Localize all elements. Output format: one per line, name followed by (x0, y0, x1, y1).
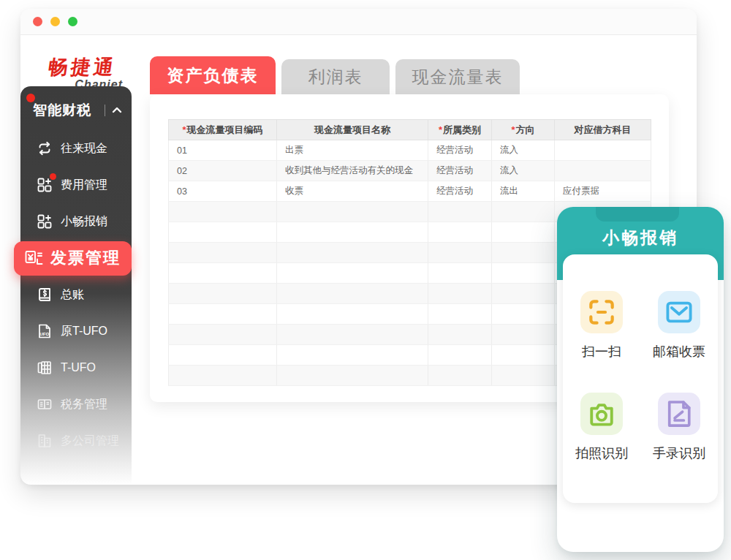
table-cell[interactable] (428, 202, 492, 222)
table-cell[interactable]: 应付票据 (555, 181, 651, 202)
table-cell[interactable] (492, 345, 555, 366)
table-cell[interactable] (277, 345, 428, 366)
table-cell[interactable] (428, 366, 492, 386)
ledger-icon (37, 287, 53, 303)
card-action-手录识别[interactable]: 手录识别 (640, 393, 718, 462)
mail-icon (663, 296, 695, 328)
required-asterisk: * (439, 124, 442, 135)
table-cell[interactable] (428, 304, 492, 325)
table-cell[interactable] (492, 202, 555, 222)
card-action-扫一扫[interactable]: 扫一扫 (563, 291, 640, 360)
close-button[interactable] (33, 17, 42, 26)
table-cell[interactable] (277, 304, 428, 325)
table-cell[interactable] (169, 202, 277, 222)
card-action-label: 拍照识别 (575, 444, 628, 462)
table-cell[interactable] (428, 345, 492, 366)
column-header-label: 方向 (516, 124, 535, 135)
sidebar-item-原T-UFO[interactable]: UFO原T-UFO (20, 313, 132, 349)
tab-利润表[interactable]: 利润表 (281, 59, 390, 94)
card-action-拍照识别[interactable]: 拍照识别 (563, 393, 640, 462)
sidebar-item-费用管理[interactable]: 费用管理 (20, 167, 132, 203)
table-cell[interactable] (169, 325, 277, 345)
table-row[interactable]: 03收票经营活动流出应付票据 (169, 181, 651, 202)
company-icon (37, 433, 53, 449)
sidebar-nav: 往来现金 费用管理 小畅报销 发票管理 总账 UFO原T-UFO T-UFO 税… (20, 130, 132, 459)
table-cell[interactable]: 流入 (492, 140, 555, 161)
table-cell[interactable]: 经营活动 (428, 161, 492, 181)
table-cell[interactable] (277, 366, 428, 386)
table-cell[interactable] (428, 263, 492, 284)
tab-资产负债表[interactable]: 资产负债表 (150, 56, 276, 94)
required-asterisk: * (182, 124, 186, 135)
column-header-对应借方科目: 对应借方科目 (555, 120, 651, 140)
exchange-icon (37, 140, 53, 156)
sidebar-item-T-UFO[interactable]: T-UFO (20, 349, 132, 386)
minimize-button[interactable] (50, 17, 60, 26)
table-cell[interactable] (428, 325, 492, 345)
table-cell[interactable] (277, 243, 428, 263)
table-cell[interactable] (277, 325, 428, 345)
table-cell[interactable] (169, 243, 277, 263)
invoice-manage-pill: 发票管理 (14, 241, 132, 276)
table-cell[interactable]: 出票 (277, 140, 428, 161)
svg-text:UFO: UFO (39, 331, 49, 336)
camera-icon (586, 398, 618, 430)
table-cell[interactable]: 收票 (277, 181, 428, 202)
tab-label: 现金流量表 (412, 66, 504, 88)
window-titlebar (20, 9, 697, 35)
tab-现金流量表[interactable]: 现金流量表 (395, 59, 520, 94)
logo-text-cn: 畅捷通 (38, 54, 126, 80)
chevron-up-icon[interactable] (111, 105, 123, 116)
sidebar-item-多公司管理[interactable]: 多公司管理 (20, 423, 132, 459)
table-cell[interactable]: 流出 (492, 181, 555, 202)
table-cell[interactable] (555, 161, 651, 181)
sidebar-item-发票管理[interactable]: 发票管理 (20, 240, 132, 276)
table-cell[interactable]: 收到其他与经营活动有关的现金 (277, 161, 428, 181)
card-action-邮箱收票[interactable]: 邮箱收票 (640, 291, 718, 360)
sidebar-item-小畅报销[interactable]: 小畅报销 (20, 203, 132, 240)
table-cell[interactable] (277, 222, 428, 243)
card-action-label: 手录识别 (653, 444, 705, 462)
table-cell[interactable] (169, 222, 277, 243)
table-cell[interactable] (169, 345, 277, 366)
invoice-icon (24, 249, 44, 268)
table-cell[interactable] (169, 304, 277, 325)
table-cell[interactable] (492, 243, 555, 263)
table-cell[interactable] (277, 202, 428, 222)
table-cell[interactable] (169, 263, 277, 284)
table-cell[interactable] (492, 284, 555, 304)
table-cell[interactable]: 02 (169, 161, 277, 181)
column-header-现金流量项目名称: 现金流量项目名称 (277, 120, 428, 140)
sidebar-item-税务管理[interactable]: 税务管理 (20, 386, 132, 423)
card-action-label: 邮箱收票 (653, 343, 705, 360)
table-cell[interactable] (492, 304, 555, 325)
table-cell[interactable] (277, 263, 428, 284)
table-cell[interactable] (428, 243, 492, 263)
column-header-所属类别: *所属类别 (428, 120, 492, 140)
table-cell[interactable] (492, 222, 555, 243)
table-cell[interactable] (492, 263, 555, 284)
table-cell[interactable] (277, 284, 428, 304)
table-row[interactable]: 02收到其他与经营活动有关的现金经营活动流入 (169, 161, 651, 181)
table-cell[interactable] (428, 284, 492, 304)
required-asterisk: * (511, 124, 515, 135)
table-cell[interactable] (428, 222, 492, 243)
sidebar-item-总账[interactable]: 总账 (20, 276, 132, 313)
table-cell[interactable] (555, 140, 651, 161)
table-cell[interactable]: 01 (169, 140, 277, 161)
table-cell[interactable] (492, 366, 555, 386)
table-cell[interactable]: 03 (169, 181, 277, 202)
sidebar-item-往来现金[interactable]: 往来现金 (20, 130, 132, 167)
table-cell[interactable]: 流入 (492, 161, 555, 181)
sidebar-header[interactable]: 智能财税 (20, 86, 132, 120)
table-row[interactable]: 01出票经营活动流入 (169, 140, 651, 161)
table-cell[interactable] (169, 366, 277, 386)
sidebar-item-label: 小畅报销 (61, 214, 107, 230)
sidebar-item-label: 多公司管理 (61, 434, 119, 449)
table-cell[interactable]: 经营活动 (428, 181, 492, 202)
zoom-button[interactable] (68, 17, 77, 26)
table-cell[interactable]: 经营活动 (428, 140, 492, 161)
table-cell[interactable] (169, 284, 277, 304)
table-cell[interactable] (492, 325, 555, 345)
column-header-方向: *方向 (492, 120, 555, 140)
